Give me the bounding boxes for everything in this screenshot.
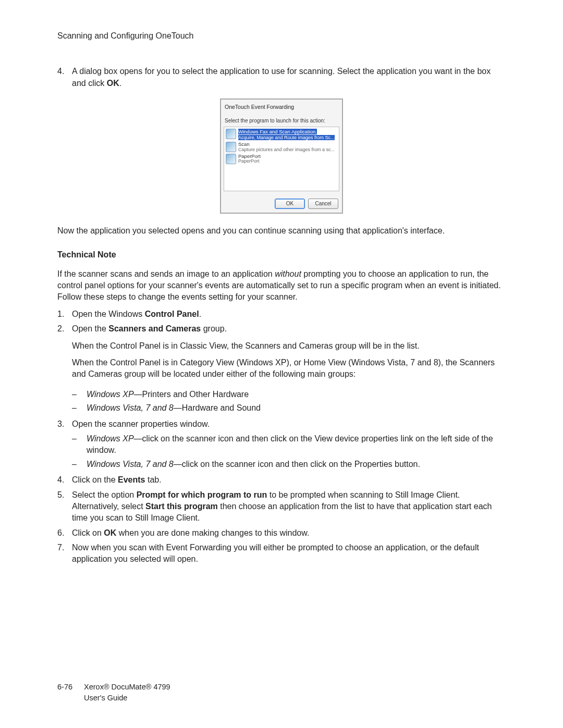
dash-body: Windows Vista, 7 and 8—click on the scan…: [87, 459, 506, 470]
product-name: Xerox® DocuMate® 4799: [84, 683, 170, 691]
text: group.: [201, 324, 227, 333]
text: Open the: [72, 324, 108, 333]
bold-text: Control Panel: [145, 310, 199, 318]
dash-item: – Windows Vista, 7 and 8—click on the sc…: [72, 459, 506, 470]
step-body: Open the Windows Control Panel.: [72, 309, 506, 320]
text: —Printers and Other Hardware: [134, 390, 249, 399]
dash-item: – Windows XP—Printers and Other Hardware: [72, 389, 506, 400]
text: .: [119, 79, 121, 88]
dialog-prompt: Select the program to launch for this ac…: [225, 117, 339, 125]
item-sub: PaperPort: [238, 159, 337, 164]
sub-paragraph: When the Control Panel is in Classic Vie…: [72, 340, 506, 352]
cancel-button[interactable]: Cancel: [308, 199, 338, 209]
text: Open the Windows: [72, 310, 145, 318]
item-sub: Acquire, Manage and Route images from Sc…: [238, 135, 335, 140]
ok-button[interactable]: OK: [275, 199, 305, 209]
list-item-text: Windows Fax and Scan Application. Acquir…: [238, 129, 337, 141]
step-number: 6.: [57, 527, 72, 539]
step-body: Open the scanner properties window.: [72, 418, 506, 430]
list-item[interactable]: PaperPort PaperPort: [225, 153, 338, 165]
step-number: 4.: [57, 66, 72, 89]
post-dialog-paragraph: Now the application you selected opens a…: [57, 225, 506, 237]
footer-text: Xerox® DocuMate® 4799 User's Guide: [84, 682, 170, 703]
item-title: Windows Fax and Scan Application.: [238, 129, 317, 134]
text: —click on the scanner icon and then clic…: [87, 434, 493, 454]
page-header: Scanning and Configuring OneTouch: [57, 30, 506, 42]
dash-item: – Windows XP—click on the scanner icon a…: [72, 433, 506, 456]
step-number: 4.: [57, 474, 72, 486]
text: Click on the: [72, 475, 118, 484]
sub-paragraph: When the Control Panel is in Category Vi…: [72, 357, 506, 380]
text: A dialog box opens for you to select the…: [72, 67, 491, 87]
bold-text: OK: [104, 528, 116, 537]
italic-text: Windows XP: [87, 390, 134, 399]
dash-mark: –: [72, 389, 87, 400]
tn-step-7: 7. Now when you scan with Event Forwardi…: [57, 542, 506, 565]
item-sub: Capture pictures and other images from a…: [238, 147, 337, 153]
page-number: 6-76: [57, 682, 72, 703]
text: If the scanner scans and sends an image …: [57, 269, 275, 278]
bold-text: Start this program: [145, 502, 218, 511]
dash-mark: –: [72, 433, 87, 456]
dash-body: Windows XP—Printers and Other Hardware: [87, 389, 506, 400]
tn-step-2: 2. Open the Scanners and Cameras group. …: [57, 323, 506, 386]
tn-step-1: 1. Open the Windows Control Panel.: [57, 309, 506, 320]
dash-body: Windows XP—click on the scanner icon and…: [87, 433, 506, 456]
dialog-button-row: OK Cancel: [224, 199, 339, 209]
text: .: [199, 310, 201, 318]
text: when you are done making changes to this…: [116, 528, 309, 537]
technical-note-body: If the scanner scans and sends an image …: [57, 268, 506, 303]
step-number: 1.: [57, 309, 72, 320]
dash-body: Windows Vista, 7 and 8—Hardware and Soun…: [87, 402, 506, 414]
text: —click on the scanner icon and then clic…: [174, 460, 420, 468]
italic-text: Windows Vista, 7 and 8: [87, 460, 174, 468]
dialog-title: OneTouch Event Forwarding: [225, 103, 339, 111]
dash-mark: –: [72, 402, 87, 414]
step-body: Open the Scanners and Cameras group. Whe…: [72, 323, 506, 386]
italic-text: without: [275, 269, 301, 278]
step-number: 5.: [57, 489, 72, 524]
dash-mark: –: [72, 459, 87, 470]
onetouch-dialog: OneTouch Event Forwarding Select the pro…: [220, 98, 343, 214]
italic-text: Windows XP: [87, 434, 134, 443]
tn-step-4: 4. Click on the Events tab.: [57, 474, 506, 486]
bold-text: Scanners and Cameras: [108, 324, 201, 333]
list-item-text: Scan Capture pictures and other images f…: [238, 142, 337, 152]
bold-text: OK: [107, 79, 119, 88]
scanner-icon: [226, 129, 236, 139]
step-body: Now when you scan with Event Forwarding …: [72, 542, 506, 565]
tn-step-3: 3. Open the scanner properties window.: [57, 418, 506, 430]
tn-step-5: 5. Select the option Prompt for which pr…: [57, 489, 506, 524]
text: —Hardware and Sound: [174, 403, 261, 412]
list-item[interactable]: Windows Fax and Scan Application. Acquir…: [225, 128, 338, 141]
list-item-text: PaperPort PaperPort: [238, 154, 337, 164]
tn-step-6: 6. Click on OK when you are done making …: [57, 527, 506, 539]
text: tab.: [145, 475, 162, 484]
technical-note-heading: Technical Note: [57, 249, 506, 261]
step-body: Click on the Events tab.: [72, 474, 506, 486]
bold-text: Events: [118, 475, 145, 484]
scanner-icon: [226, 142, 236, 152]
dialog-screenshot: OneTouch Event Forwarding Select the pro…: [57, 98, 506, 214]
dash-item: – Windows Vista, 7 and 8—Hardware and So…: [72, 402, 506, 414]
scanner-icon: [226, 154, 236, 164]
bold-text: Prompt for which program to run: [137, 490, 267, 499]
step-body: A dialog box opens for you to select the…: [72, 66, 506, 89]
list-item[interactable]: Scan Capture pictures and other images f…: [225, 141, 338, 153]
text: Now when you scan with Event Forwarding …: [72, 543, 479, 563]
program-listbox[interactable]: Windows Fax and Scan Application. Acquir…: [224, 127, 339, 191]
text: Open the scanner properties window.: [72, 419, 210, 428]
step-4: 4. A dialog box opens for you to select …: [57, 66, 506, 89]
text: Select the option: [72, 490, 137, 499]
document-page: Scanning and Configuring OneTouch 4. A d…: [0, 0, 563, 728]
doc-title: User's Guide: [84, 693, 170, 703]
step-number: 7.: [57, 542, 72, 565]
step-number: 2.: [57, 323, 72, 386]
step-body: Select the option Prompt for which progr…: [72, 489, 506, 524]
italic-text: Windows Vista, 7 and 8: [87, 403, 174, 412]
page-footer: 6-76 Xerox® DocuMate® 4799 User's Guide: [57, 682, 170, 703]
text: Click on: [72, 528, 104, 537]
step-number: 3.: [57, 418, 72, 430]
step-body: Click on OK when you are done making cha…: [72, 527, 506, 539]
